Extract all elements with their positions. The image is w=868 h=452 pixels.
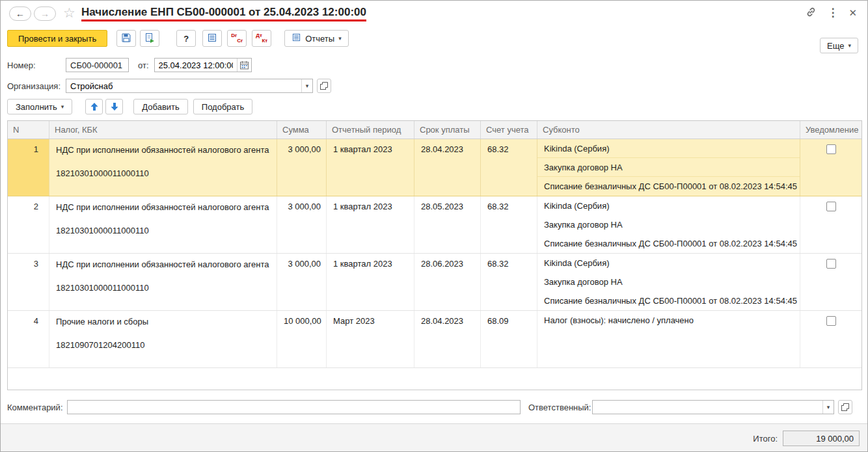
calendar-icon (239, 60, 249, 70)
dtkt-postings-button[interactable]: ДтКт (252, 30, 271, 47)
total-label: Итого: (753, 434, 778, 444)
back-arrow-icon: ← (16, 8, 25, 19)
move-row-down-button[interactable] (105, 99, 123, 114)
organization-open-button[interactable] (317, 79, 331, 93)
arrow-up-icon (90, 102, 99, 111)
save-floppy-icon (121, 33, 131, 45)
organization-input[interactable] (66, 79, 301, 92)
organization-dropdown-button[interactable]: ▾ (301, 79, 312, 92)
link-icon[interactable] (806, 7, 817, 20)
tax-name: Прочие налоги и сборы (56, 316, 270, 328)
table-row[interactable]: 1 НДС при исполнении обязанностей налого… (8, 139, 861, 196)
reports-label: Отчеты (305, 34, 334, 44)
number-input[interactable] (66, 58, 129, 72)
reports-button[interactable]: Отчеты ▾ (284, 30, 348, 47)
account-cell: 68.09 (481, 311, 537, 367)
subconto-cell: Налог (взносы): начислено / уплачено (537, 311, 800, 367)
dtkt-icon: ДтКт (256, 33, 267, 44)
responsible-input[interactable] (593, 401, 822, 414)
fill-button[interactable]: Заполнить ▾ (7, 99, 72, 114)
notification-checkbox[interactable] (826, 144, 836, 154)
more-label: Еще (827, 41, 844, 51)
close-icon[interactable]: ✕ (848, 7, 857, 20)
subconto-line: Закупка договор НА (537, 158, 800, 177)
table-row[interactable]: 2 НДС при исполнении обязанностей налого… (8, 196, 861, 254)
row-number-cell: 2 (8, 196, 49, 253)
document-window: ← → ☆ Начисление ЕНП СБ00-000001 от 25.0… (0, 0, 868, 452)
menu-kebab-icon[interactable]: ⋮ (827, 7, 838, 20)
subconto-line: Kikinda (Сербия) (537, 196, 800, 215)
tax-name: НДС при исполнении обязанностей налогово… (56, 202, 270, 213)
more-button[interactable]: Еще ▾ (820, 38, 858, 53)
row-number-cell: 3 (8, 254, 49, 310)
journal-button[interactable] (202, 30, 222, 47)
add-row-button[interactable]: Добавить (133, 99, 187, 114)
subconto-line: Списание безналичных ДС СБ00-П00001 от 0… (537, 291, 800, 310)
open-link-icon (319, 81, 329, 90)
main-toolbar: Провести и закрыть ? (7, 29, 349, 47)
responsible-dropdown-button[interactable]: ▾ (822, 401, 834, 414)
chevron-down-icon: ▾ (338, 35, 342, 42)
organization-combo: ▾ (66, 79, 313, 93)
number-label: Номер: (7, 60, 66, 70)
header-sum[interactable]: Сумма (277, 121, 327, 139)
account-cell: 68.32 (481, 254, 537, 310)
date-input[interactable] (155, 59, 237, 72)
page-title: Начисление ЕНП СБ00-000001 от 25.04.2023… (81, 6, 366, 21)
subconto-cell: Kikinda (Сербия) Закупка договор НА Спис… (537, 139, 800, 196)
kbk-code: 18210301000011000110 (56, 168, 270, 179)
comment-input[interactable] (67, 400, 521, 414)
table-row[interactable]: 3 НДС при исполнении обязанностей налого… (8, 254, 861, 311)
responsible-combo: ▾ (592, 400, 834, 414)
due-date-cell: 28.04.2023 (414, 139, 481, 196)
header-period[interactable]: Отчетный период (327, 121, 414, 139)
nav-forward-button[interactable]: → (34, 7, 56, 21)
post-document-button[interactable] (140, 30, 159, 47)
header-notification[interactable]: Уведомление (800, 121, 861, 139)
account-cell: 68.32 (481, 139, 537, 196)
table-toolbar: Заполнить ▾ Добавить Подобрать (7, 99, 252, 114)
subconto-cell: Kikinda (Сербия) Закупка договор НА Спис… (537, 196, 800, 253)
period-cell: 1 квартал 2023 (327, 139, 414, 196)
period-cell: 1 квартал 2023 (327, 196, 414, 253)
table-row[interactable]: 4 Прочие налоги и сборы 1821090701204200… (8, 311, 861, 368)
table-empty-area[interactable] (8, 368, 861, 390)
organization-label: Организация: (7, 81, 66, 91)
account-cell: 68.32 (481, 196, 537, 253)
open-link-icon (841, 403, 850, 412)
due-date-cell: 28.04.2023 (414, 311, 481, 367)
chevron-down-icon: ▾ (61, 103, 64, 110)
tax-kbk-cell: НДС при исполнении обязанностей налогово… (49, 196, 277, 253)
header-due-date[interactable]: Срок уплаты (414, 121, 481, 139)
calendar-button[interactable] (237, 59, 251, 72)
move-row-up-button[interactable] (85, 99, 103, 114)
comment-label: Комментарий: (7, 403, 67, 412)
header-tax-kbk[interactable]: Налог, КБК (49, 121, 277, 139)
notification-checkbox[interactable] (826, 202, 836, 211)
favorite-star-icon[interactable]: ☆ (63, 5, 75, 21)
due-date-cell: 28.06.2023 (414, 254, 481, 310)
header-subconto[interactable]: Субконто (537, 121, 800, 139)
pick-button[interactable]: Подобрать (193, 99, 252, 114)
tax-kbk-cell: НДС при исполнении обязанностей налогово… (49, 254, 277, 310)
sum-cell: 3 000,00 (277, 196, 327, 253)
period-cell: Март 2023 (327, 311, 414, 367)
chevron-down-icon: ▾ (306, 83, 309, 89)
header-account[interactable]: Счет учета (481, 121, 537, 139)
notification-cell (800, 196, 861, 253)
due-date-cell: 28.05.2023 (414, 196, 481, 253)
notification-checkbox[interactable] (826, 259, 836, 269)
nav-back-button[interactable]: ← (9, 7, 31, 21)
total-value: 19 000,00 (783, 431, 860, 446)
responsible-open-button[interactable] (838, 400, 852, 414)
header-n[interactable]: N (8, 121, 49, 139)
sum-cell: 3 000,00 (277, 254, 327, 310)
subconto-line: Списание безналичных ДС СБ00-П00001 от 0… (537, 177, 800, 196)
notification-checkbox[interactable] (826, 316, 836, 326)
save-button[interactable] (116, 30, 136, 47)
drcr-postings-button[interactable]: DrCr (227, 30, 247, 47)
forward-arrow-icon: → (40, 8, 49, 19)
fill-label: Заполнить (16, 102, 57, 112)
post-and-close-button[interactable]: Провести и закрыть (7, 30, 107, 47)
help-button[interactable]: ? (176, 30, 196, 47)
